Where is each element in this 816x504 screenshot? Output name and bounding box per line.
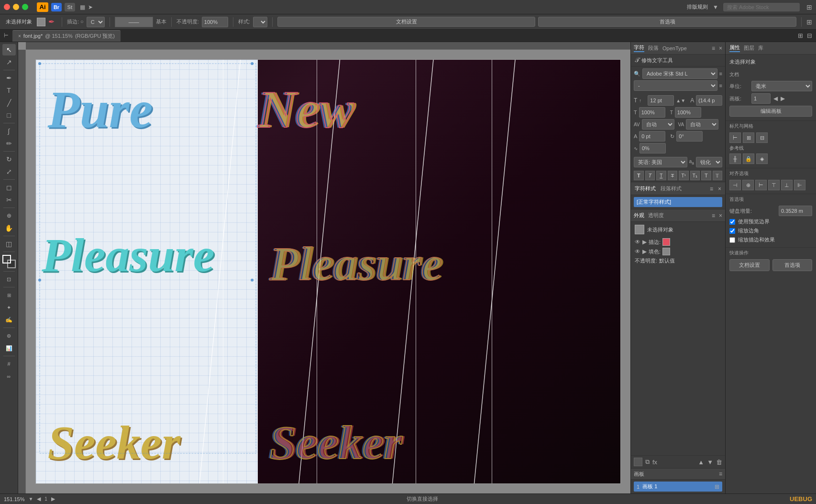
- fill-expand-icon[interactable]: ▶: [642, 248, 647, 255]
- edit-artboard-btn[interactable]: 编辑画板: [729, 106, 812, 117]
- tab-character[interactable]: 字符: [634, 44, 644, 52]
- font-size-input[interactable]: [648, 95, 674, 106]
- kerning-select[interactable]: 自动: [642, 119, 674, 130]
- close-button[interactable]: [4, 4, 10, 10]
- panels-icon[interactable]: ⊟: [807, 32, 812, 39]
- tab-char-style[interactable]: 字符样式: [635, 185, 656, 192]
- canvas-area[interactable]: Pure New Pleasure Pleasure Seeker Seeker: [18, 42, 630, 493]
- stroke-color-swatch[interactable]: [662, 238, 670, 246]
- add-new-icon[interactable]: [634, 458, 642, 466]
- style-panel-menu[interactable]: ≡: [710, 186, 713, 192]
- tab-appearance[interactable]: 外观: [634, 212, 644, 219]
- fill-eye-icon[interactable]: 👁: [635, 248, 640, 255]
- font-family-select[interactable]: Adobe 宋体 Std L: [642, 68, 717, 79]
- send-icon[interactable]: ➤: [88, 4, 93, 11]
- document-tab[interactable]: × font.jpg* @ 151.15% (RGB/GPU 预览): [12, 30, 121, 42]
- artwork-canvas[interactable]: Pure New Pleasure Pleasure Seeker Seeker: [35, 59, 621, 484]
- stroke-box[interactable]: [2, 255, 11, 263]
- scale-stroke-checkbox[interactable]: [729, 237, 735, 243]
- language-select[interactable]: 英语: 美国: [634, 157, 687, 167]
- type-tool[interactable]: T: [2, 85, 16, 96]
- nav-prev-btn[interactable]: ◀: [37, 496, 41, 502]
- ai-icon[interactable]: Ai: [37, 2, 48, 12]
- doc-tab-close[interactable]: ×: [18, 33, 21, 39]
- artboard-tool[interactable]: ⊞: [2, 289, 16, 301]
- quick-doc-settings-btn[interactable]: 文档设置: [729, 259, 770, 271]
- move-up-icon[interactable]: ▲: [698, 459, 704, 466]
- rotate-input[interactable]: [676, 131, 703, 142]
- stock-search[interactable]: [723, 3, 800, 11]
- blend-tool[interactable]: ∞: [2, 371, 16, 382]
- stroke-eye-icon[interactable]: 👁: [635, 239, 640, 245]
- show-rulers-btn[interactable]: ⊢: [729, 132, 741, 143]
- zoom-tool[interactable]: ⊕: [2, 210, 16, 221]
- italic-btn[interactable]: T: [645, 171, 655, 180]
- font-style-menu[interactable]: ≡: [719, 83, 722, 88]
- opacity-input[interactable]: [202, 17, 228, 27]
- artboard-menu[interactable]: ≡: [719, 471, 722, 477]
- shape-tool[interactable]: □: [2, 110, 16, 121]
- antialias-select[interactable]: 锐化: [696, 157, 722, 167]
- fill-color-swatch[interactable]: [662, 248, 670, 255]
- tab-library[interactable]: 库: [758, 44, 763, 52]
- eyedropper-tool[interactable]: ✍: [2, 314, 16, 326]
- tracking-select[interactable]: 自动: [686, 119, 718, 130]
- tab-transparency[interactable]: 透明度: [648, 212, 664, 219]
- fill-swatch[interactable]: [37, 18, 45, 26]
- layout-icon[interactable]: ▦: [80, 4, 85, 11]
- scissors-tool[interactable]: ✂: [2, 194, 16, 206]
- align-bottom-btn[interactable]: ⊩: [794, 180, 805, 190]
- align-center-v-btn[interactable]: ⊥: [781, 180, 793, 190]
- pencil-tool[interactable]: ✏: [2, 138, 16, 149]
- smart-guides-btn[interactable]: ◈: [756, 153, 768, 164]
- canvas-background[interactable]: Pure New Pleasure Pleasure Seeker Seeker: [26, 50, 630, 493]
- style-select[interactable]: [253, 17, 267, 27]
- align-left-btn[interactable]: ⊣: [729, 180, 741, 190]
- lock-guides-btn[interactable]: 🔒: [743, 153, 754, 164]
- interpolation-select[interactable]: C: [87, 17, 105, 27]
- eraser-tool[interactable]: ◻: [2, 182, 16, 193]
- align-center-h-btn[interactable]: ⊕: [742, 180, 754, 190]
- tab-layers[interactable]: 图层: [744, 44, 754, 52]
- br-icon[interactable]: Br: [51, 3, 62, 11]
- screen-mode-tool[interactable]: ⊡: [2, 274, 16, 285]
- next-artboard-btn[interactable]: ▶: [781, 95, 785, 102]
- char-panel-close[interactable]: ×: [719, 45, 722, 52]
- tab-paragraph[interactable]: 段落: [648, 44, 659, 52]
- superscript-btn[interactable]: T¹: [679, 171, 689, 180]
- align-right-btn[interactable]: ⊢: [755, 180, 767, 190]
- unit-select[interactable]: 毫米: [751, 81, 812, 91]
- hand-tool[interactable]: ✋: [2, 222, 16, 234]
- underline-btn[interactable]: T: [656, 171, 666, 180]
- preview-bounds-checkbox[interactable]: [729, 219, 735, 225]
- bold-btn[interactable]: T: [634, 171, 644, 180]
- skew-input[interactable]: [640, 143, 666, 153]
- arrange-panels-icon[interactable]: ⊞: [798, 32, 803, 39]
- fx-icon[interactable]: fx: [652, 459, 657, 466]
- delete-icon[interactable]: 🗑: [716, 459, 722, 466]
- style-panel-close[interactable]: ×: [718, 186, 721, 192]
- leading-input[interactable]: [696, 95, 722, 106]
- line-tool[interactable]: ╱: [2, 97, 16, 109]
- artboard-num-input[interactable]: [751, 93, 771, 104]
- vscale-input[interactable]: [675, 107, 701, 118]
- quick-prefs-btn[interactable]: 首选项: [772, 259, 813, 271]
- mesh-tool[interactable]: #: [2, 358, 16, 370]
- scale-tool[interactable]: ⤢: [2, 166, 16, 177]
- symbol-sprayer-tool[interactable]: ⊛: [2, 330, 16, 341]
- strikethrough-btn[interactable]: T̶: [668, 171, 678, 180]
- move-down-icon[interactable]: ▼: [707, 459, 713, 466]
- graph-tool[interactable]: 📊: [2, 342, 16, 354]
- rotate-tool[interactable]: ↻: [2, 153, 16, 165]
- align-top-btn[interactable]: ⊤: [768, 180, 780, 190]
- caps-btn[interactable]: T: [701, 171, 711, 180]
- subscript-btn[interactable]: T₁: [690, 171, 700, 180]
- gradient-tool[interactable]: ◫: [2, 238, 16, 250]
- show-grid-btn[interactable]: ⊞: [743, 132, 754, 143]
- toolbar-more-icon[interactable]: ⊞: [806, 18, 812, 26]
- scale-corners-checkbox[interactable]: [729, 228, 735, 234]
- tab-para-style[interactable]: 段落样式: [661, 185, 682, 192]
- preferences-toolbar-btn[interactable]: 首选项: [538, 17, 796, 27]
- zoom-dropdown-icon[interactable]: ▼: [28, 496, 33, 502]
- char-panel-menu[interactable]: ≡: [712, 45, 715, 52]
